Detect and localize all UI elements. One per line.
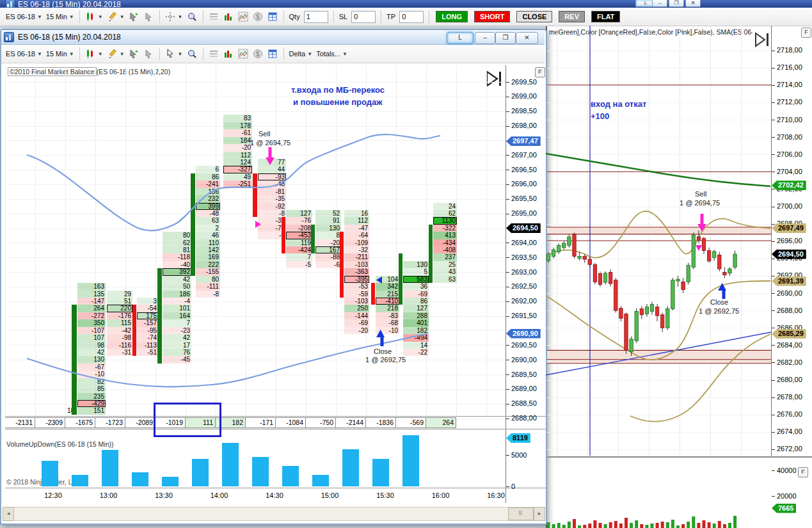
wave-icon[interactable] bbox=[238, 49, 249, 60]
footprint-bar bbox=[340, 232, 344, 298]
gridline-h bbox=[547, 362, 771, 363]
chevron-down-icon: ▼ bbox=[307, 51, 312, 57]
footprint-cell: -53 bbox=[344, 283, 369, 290]
footprint-cell: 119 bbox=[286, 239, 312, 246]
toolbar-input[interactable]: 0 bbox=[399, 11, 424, 23]
go-to-end-icon[interactable] bbox=[754, 32, 770, 51]
toolbar-15-min[interactable]: 15 Min▼ bbox=[46, 13, 74, 20]
gridline-h bbox=[547, 172, 771, 172]
toolbar-sl[interactable]: SL bbox=[339, 13, 347, 20]
price-axis-label: 2699,00 bbox=[511, 92, 537, 100]
toolbar-separator bbox=[283, 47, 284, 60]
long-button[interactable]: LONG bbox=[434, 11, 469, 22]
right-chart-window bbox=[546, 26, 812, 528]
scrollbar-track[interactable] bbox=[3, 507, 545, 521]
footprint-cell: -144 bbox=[344, 312, 369, 319]
toolbar-qty[interactable]: Qty bbox=[289, 13, 300, 20]
gridline-h bbox=[547, 51, 771, 51]
go-to-end-icon-front[interactable] bbox=[485, 70, 503, 91]
footprint-bar bbox=[311, 225, 315, 254]
toolbar-input[interactable]: 0 bbox=[351, 11, 376, 23]
scrollbar-left-arrow-icon[interactable]: ◂ bbox=[3, 507, 14, 521]
axis-tick bbox=[772, 207, 775, 207]
table-icon[interactable] bbox=[267, 12, 278, 22]
cursor-icon[interactable]: ▼ bbox=[165, 49, 183, 60]
toolbar-totals-[interactable]: Totals...▼ bbox=[316, 50, 347, 58]
chevron-down-icon: ▼ bbox=[120, 51, 125, 57]
front-close-label: Close bbox=[374, 348, 392, 355]
toolbar-separator bbox=[381, 10, 381, 23]
toolbar-input[interactable]: 1 bbox=[304, 11, 328, 23]
scrollbar-handle[interactable]: ⠿ bbox=[508, 508, 534, 520]
time-axis-label: 14:30 bbox=[266, 492, 283, 499]
price-axis-label: 2690,00 bbox=[511, 356, 537, 364]
wave-icon[interactable] bbox=[238, 12, 249, 22]
svg-text:$: $ bbox=[256, 50, 260, 57]
toolbar-tp[interactable]: TP bbox=[386, 13, 395, 20]
close-button[interactable]: CLOSE bbox=[515, 11, 553, 22]
volume-bar bbox=[42, 461, 58, 486]
axis-tick bbox=[772, 189, 775, 189]
short-button[interactable]: SHORT bbox=[473, 11, 512, 22]
toolbar-es-06-18[interactable]: ES 06-18▼ bbox=[6, 13, 42, 20]
gridline-h bbox=[547, 137, 771, 138]
price-axis-label: 2684,00 bbox=[777, 341, 802, 349]
back-minimize-button[interactable]: – bbox=[652, 0, 667, 7]
axis-tick bbox=[506, 97, 509, 97]
candles-icon[interactable]: ▼ bbox=[85, 49, 103, 60]
chevron-down-icon: ▼ bbox=[178, 51, 183, 57]
volume-axis-label: 40000 bbox=[777, 467, 797, 474]
pencil-icon[interactable]: ▼ bbox=[107, 49, 125, 60]
front-window-title: ES 06-18 (15 Min) 20.04.2018 bbox=[18, 33, 121, 42]
list-icon[interactable] bbox=[209, 12, 219, 22]
close-button[interactable]: ✕ bbox=[516, 32, 538, 44]
axis-tick bbox=[506, 301, 509, 302]
pointer-plus-icon[interactable]: + bbox=[129, 49, 139, 60]
list-icon[interactable] bbox=[209, 49, 219, 60]
focus-button-front[interactable]: F bbox=[535, 67, 545, 77]
gridline-v bbox=[155, 65, 156, 416]
footprint-cell: -42 bbox=[107, 327, 132, 334]
footprint-cell: 52 bbox=[315, 210, 341, 217]
zoom-icon[interactable] bbox=[187, 49, 198, 60]
back-close-button[interactable]: ✕ bbox=[685, 0, 701, 7]
rev-button[interactable]: REV bbox=[557, 11, 586, 22]
toolbar-delta[interactable]: Delta▼ bbox=[289, 50, 313, 58]
back-restore-button[interactable]: ❐ bbox=[669, 0, 684, 7]
link-button[interactable]: L bbox=[447, 32, 474, 44]
pointer-plus-icon[interactable]: + bbox=[129, 12, 139, 22]
axis-tick bbox=[772, 310, 775, 311]
dollar-icon[interactable]: $ bbox=[253, 12, 264, 22]
scrollbar-right-arrow-icon[interactable]: ▸ bbox=[534, 507, 545, 521]
toolbar-es-06-18[interactable]: ES 06-18▼ bbox=[6, 50, 42, 58]
indicator-label-boxed[interactable]: ©2010 Final Market Balance bbox=[8, 67, 97, 76]
footprint-cell: 399 bbox=[196, 203, 220, 210]
candles-icon[interactable]: ▼ bbox=[85, 12, 103, 22]
histogram-icon[interactable] bbox=[223, 49, 234, 60]
price-tag: 2697,47 bbox=[506, 136, 541, 146]
pointer-icon[interactable] bbox=[143, 49, 154, 60]
focus-button-lower[interactable]: F bbox=[798, 467, 808, 477]
zoom-icon[interactable] bbox=[187, 12, 198, 22]
chevron-down-icon: ▼ bbox=[120, 14, 125, 20]
axis-tick bbox=[506, 404, 509, 404]
footprint-cell: 163 bbox=[77, 283, 106, 290]
flat-button[interactable]: FLAT bbox=[590, 11, 621, 22]
chevron-down-icon: ▼ bbox=[178, 14, 183, 20]
minimize-button[interactable]: – bbox=[475, 32, 495, 44]
toolbar-15-min[interactable]: 15 Min▼ bbox=[46, 50, 74, 58]
footprint-cell: -81 bbox=[258, 188, 286, 195]
restore-button[interactable]: ❐ bbox=[495, 32, 516, 44]
footprint-cell: 6 bbox=[196, 166, 220, 173]
histogram-icon[interactable] bbox=[223, 12, 234, 22]
crosshair-icon[interactable]: ▼ bbox=[165, 12, 183, 22]
totals-cell: -2131 bbox=[5, 417, 35, 428]
pointer-icon[interactable] bbox=[143, 12, 154, 22]
footprint-cell: -424 bbox=[286, 246, 312, 253]
table-icon[interactable] bbox=[267, 49, 278, 60]
dollar-icon[interactable]: $ bbox=[253, 49, 264, 60]
toolbar-separator bbox=[159, 10, 160, 23]
focus-button[interactable]: F bbox=[801, 28, 811, 38]
footprint-cell: 169 bbox=[196, 253, 220, 260]
pencil-icon[interactable]: ▼ bbox=[107, 12, 125, 22]
